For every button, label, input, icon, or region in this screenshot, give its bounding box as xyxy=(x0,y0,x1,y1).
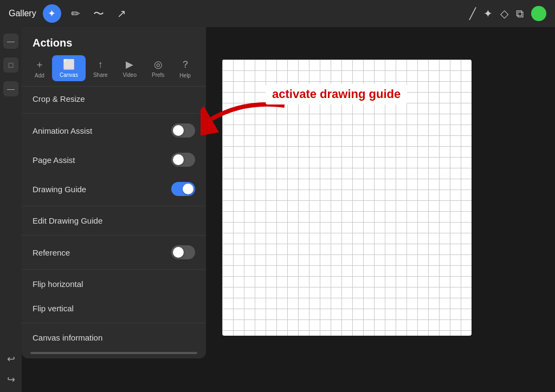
left-sidebar: — □ — ↩ ↪ xyxy=(0,27,22,392)
tab-canvas[interactable]: ⬜ Canvas xyxy=(52,55,86,81)
menu-flip-vertical[interactable]: Flip vertical xyxy=(22,296,206,321)
tab-video[interactable]: ▶ Video xyxy=(115,55,144,81)
reference-label: Reference xyxy=(33,248,70,257)
add-tab-icon: ＋ xyxy=(35,58,44,71)
prefs-tab-label: Prefs xyxy=(152,72,164,78)
eraser-tool-icon[interactable]: ◇ xyxy=(500,7,508,20)
separator-4 xyxy=(22,269,206,270)
animation-assist-toggle[interactable] xyxy=(171,123,195,138)
panel-scrollbar xyxy=(30,352,197,354)
tab-prefs[interactable]: ◎ Prefs xyxy=(144,55,172,81)
sidebar-tool-3[interactable]: — xyxy=(3,81,18,96)
gallery-button[interactable]: Gallery xyxy=(9,9,36,18)
color-picker[interactable] xyxy=(531,6,546,21)
video-tab-icon: ▶ xyxy=(126,58,133,70)
menu-edit-drawing-guide[interactable]: Edit Drawing Guide xyxy=(22,208,206,233)
page-assist-toggle[interactable] xyxy=(171,153,195,167)
help-tab-label: Help xyxy=(179,73,191,79)
flip-vertical-label: Flip vertical xyxy=(33,304,74,313)
pin-tool-icon[interactable]: ↗ xyxy=(114,5,130,22)
add-tab-label: Add xyxy=(35,73,44,79)
prefs-tab-icon: ◎ xyxy=(154,58,163,70)
reference-toggle[interactable] xyxy=(171,245,195,259)
edit-drawing-guide-label: Edit Drawing Guide xyxy=(33,216,102,225)
pen-tool-icon[interactable]: ✏ xyxy=(68,5,83,22)
menu-crop-resize[interactable]: Crop & Resize xyxy=(22,87,206,111)
actions-panel: Actions ＋ Add ⬜ Canvas ↑ Share ▶ Video ◎… xyxy=(22,27,206,358)
canvas-tab-label: Canvas xyxy=(60,72,78,78)
crop-resize-label: Crop & Resize xyxy=(33,94,85,103)
menu-reference[interactable]: Reference xyxy=(22,238,206,267)
tab-help[interactable]: ？ Help xyxy=(172,55,198,82)
smudge-tool-icon[interactable]: ✦ xyxy=(483,7,493,20)
actions-tabs: ＋ Add ⬜ Canvas ↑ Share ▶ Video ◎ Prefs ？… xyxy=(22,55,206,87)
separator-3 xyxy=(22,235,206,236)
tab-add[interactable]: ＋ Add xyxy=(27,55,52,82)
actions-title: Actions xyxy=(22,27,206,55)
toggle-knob xyxy=(173,154,184,165)
top-bar-left: Gallery ✦ ✏ 〜 ↗ xyxy=(9,4,130,23)
share-tab-icon: ↑ xyxy=(98,59,103,70)
top-bar: Gallery ✦ ✏ 〜 ↗ ╱ ✦ ◇ ⧉ xyxy=(0,0,555,27)
separator-5 xyxy=(22,323,206,323)
toggle-knob xyxy=(183,184,193,194)
layers-icon[interactable]: ⧉ xyxy=(516,8,524,20)
page-assist-label: Page Assist xyxy=(33,155,75,165)
sidebar-tool-1[interactable]: — xyxy=(3,34,18,49)
sidebar-tool-2[interactable]: □ xyxy=(3,57,18,73)
top-bar-right: ╱ ✦ ◇ ⧉ xyxy=(469,6,546,21)
flip-horizontal-label: Flip horizontal xyxy=(33,279,83,289)
toggle-knob xyxy=(173,247,184,258)
undo-button[interactable]: ↩ xyxy=(7,353,15,365)
canvas-tab-icon: ⬜ xyxy=(63,58,75,70)
menu-animation-assist[interactable]: Animation Assist xyxy=(22,116,206,145)
procreate-icon-button[interactable]: ✦ xyxy=(43,4,61,23)
grid-background xyxy=(222,60,472,336)
menu-canvas-information[interactable]: Canvas information xyxy=(22,325,206,350)
sidebar-bottom: ↩ ↪ xyxy=(7,353,15,386)
separator-2 xyxy=(22,206,206,206)
share-tab-label: Share xyxy=(93,72,108,78)
redo-button[interactable]: ↪ xyxy=(7,374,15,386)
help-tab-icon: ？ xyxy=(180,58,190,71)
tab-share[interactable]: ↑ Share xyxy=(86,56,115,81)
brush-tool-icon[interactable]: ╱ xyxy=(469,7,476,20)
curve-tool-icon[interactable]: 〜 xyxy=(90,4,107,23)
procreate-icon: ✦ xyxy=(48,8,56,19)
drawing-guide-toggle[interactable] xyxy=(171,182,195,196)
drawing-canvas[interactable] xyxy=(222,60,472,336)
video-tab-label: Video xyxy=(123,72,137,78)
drawing-guide-label: Drawing Guide xyxy=(33,185,86,194)
toggle-knob xyxy=(173,125,184,136)
animation-assist-label: Animation Assist xyxy=(33,126,92,135)
menu-page-assist[interactable]: Page Assist xyxy=(22,145,206,174)
canvas-information-label: Canvas information xyxy=(33,333,102,342)
separator-1 xyxy=(22,113,206,114)
menu-drawing-guide[interactable]: Drawing Guide xyxy=(22,174,206,204)
menu-flip-horizontal[interactable]: Flip horizontal xyxy=(22,272,206,296)
